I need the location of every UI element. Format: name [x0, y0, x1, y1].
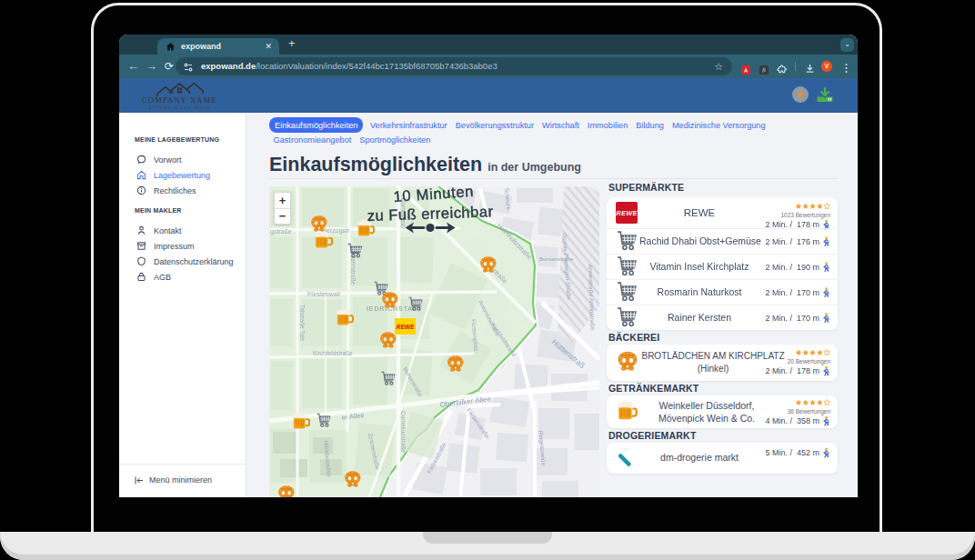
svg-text:Talstraße Tals: Talstraße Tals [299, 305, 306, 342]
svg-text:COMPANY NAME: COMPANY NAME [142, 95, 217, 105]
svg-text:Slogan Goes Here: Slogan Goes Here [148, 105, 210, 110]
svg-text:Kirchfeldstraße: Kirchfeldstraße [313, 350, 353, 356]
svg-text:REWE: REWE [397, 324, 415, 330]
svg-text:Corneliusstraße: Corneliusstraße [400, 411, 407, 453]
svg-text:fi: fi [762, 67, 766, 73]
svg-text:Fürstenwall: Fürstenwall [307, 291, 340, 297]
svg-text:gstraße: gstraße [270, 228, 292, 235]
svg-text:Jahnstraße: Jahnstraße [350, 255, 357, 285]
